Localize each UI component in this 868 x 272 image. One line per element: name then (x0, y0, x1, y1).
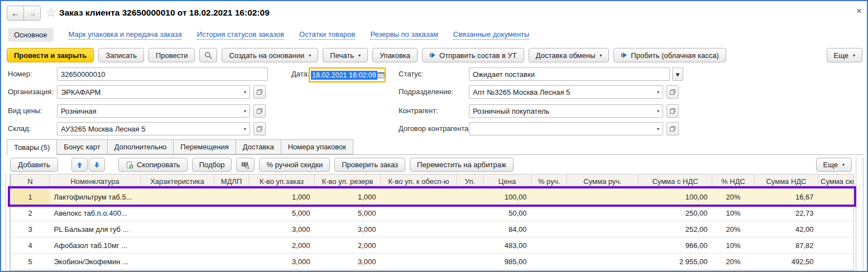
cell[interactable] (531, 221, 567, 237)
dropdown-arrow-icon[interactable]: ▾ (654, 109, 659, 114)
favorite-star-icon[interactable]: ☆ (46, 7, 56, 18)
cell[interactable] (818, 205, 854, 221)
cell[interactable] (457, 237, 483, 254)
cell[interactable]: 250,00 (639, 205, 712, 221)
calendar-button[interactable] (377, 69, 385, 81)
cell[interactable] (531, 237, 567, 254)
cell[interactable] (381, 254, 457, 270)
grid-more-button[interactable]: Еще ▾ (816, 158, 852, 172)
cell[interactable]: 966,00 (639, 237, 712, 254)
cell[interactable] (567, 205, 639, 221)
tab-movements[interactable]: Перемещения (173, 139, 236, 154)
status-select[interactable]: Ожидает поставки (469, 67, 670, 81)
cell[interactable] (457, 189, 483, 205)
cell[interactable]: 492,50 (755, 254, 818, 270)
date-input[interactable]: 18.02.2021 16:02:09 (309, 67, 386, 82)
cell[interactable]: 2,000 (249, 237, 315, 254)
organization-select[interactable]: ЭРКАФАРМ ▾ (57, 85, 250, 99)
table-row[interactable]: 4 Афобазол таб.10мг ... 2,000 2,000 483,… (11, 237, 854, 254)
cell[interactable] (141, 254, 214, 270)
cell[interactable] (381, 221, 457, 237)
cell[interactable]: Афобазол таб.10мг ... (50, 237, 141, 254)
send-to-ut-button[interactable]: Отправить состав в УТ (422, 48, 524, 62)
nav-link-related-docs[interactable]: Связанные документы (453, 30, 530, 40)
number-input[interactable] (57, 67, 268, 81)
table-row[interactable]: 2 Авелокс таб.п.о.400... 5,000 5,000 50,… (11, 205, 854, 221)
contract-select[interactable]: ▾ (469, 122, 663, 135)
write-button[interactable]: Записать (98, 48, 144, 62)
warehouse-open-button[interactable] (253, 122, 266, 135)
contract-open-button[interactable] (666, 122, 679, 135)
cell[interactable]: 100,00 (483, 189, 531, 205)
price-type-open-button[interactable] (253, 104, 266, 118)
cell[interactable]: 3,000 (315, 254, 381, 270)
nav-link-marking[interactable]: Марк упаковка и передача заказа (69, 30, 182, 40)
cell[interactable]: 10% (712, 237, 755, 254)
cell[interactable]: PL Бальзам для губ ... (50, 221, 141, 237)
table-row[interactable]: 5 Экобион/Экофемин ... 3,000 3,000 985,0… (11, 254, 854, 270)
cell[interactable]: 3 (11, 221, 50, 237)
dropdown-arrow-icon[interactable]: ▾ (241, 90, 246, 95)
cell[interactable]: 22,73 (755, 205, 818, 221)
table-row-selected[interactable]: 1 Лактофильтрум таб.5... 1,000 1,000 100… (11, 189, 854, 205)
cell[interactable]: 20% (712, 221, 755, 237)
cell[interactable] (214, 237, 249, 254)
cell[interactable] (567, 237, 639, 254)
cell[interactable] (214, 189, 249, 205)
tab-goods[interactable]: Товары (5) (7, 139, 57, 155)
cell[interactable] (457, 205, 483, 221)
dropdown-arrow-icon[interactable]: ▾ (241, 127, 246, 132)
cell[interactable] (214, 254, 249, 270)
forward-button[interactable]: → (23, 6, 41, 21)
cell[interactable] (818, 254, 854, 270)
back-button[interactable]: ← (7, 6, 24, 21)
counterparty-open-button[interactable] (666, 104, 679, 118)
cell[interactable] (567, 221, 639, 237)
tab-delivery[interactable]: Доставка (236, 139, 281, 154)
cell[interactable]: Экобион/Экофемин ... (50, 254, 141, 270)
cell[interactable] (381, 189, 457, 205)
status-dropdown-button[interactable]: ▾ (672, 67, 683, 81)
cell[interactable] (214, 221, 249, 237)
close-button[interactable]: × (856, 6, 862, 17)
cell[interactable] (141, 237, 214, 254)
cell[interactable] (531, 189, 567, 205)
cell[interactable]: 5 (11, 254, 50, 270)
cell[interactable]: Авелокс таб.п.о.400... (50, 205, 141, 221)
cell[interactable] (457, 221, 483, 237)
cell[interactable]: 3,000 (249, 221, 315, 237)
cell[interactable]: 100,00 (639, 189, 712, 205)
cell[interactable] (381, 205, 457, 221)
cell[interactable]: 87,82 (755, 237, 818, 254)
cell[interactable]: 84,00 (483, 221, 531, 237)
department-open-button[interactable] (666, 85, 679, 99)
nav-link-status-history[interactable]: История статусов заказов (197, 30, 284, 40)
cell[interactable] (141, 189, 214, 205)
cell[interactable]: 42,00 (755, 221, 818, 237)
cell[interactable] (531, 254, 567, 270)
counterparty-select[interactable]: Розничный покупатель ▾ (469, 104, 663, 118)
tab-package-numbers[interactable]: Номера упаковок (281, 139, 353, 154)
nav-link-stock[interactable]: Остатки товаров (299, 30, 355, 40)
cell[interactable] (818, 189, 854, 205)
cell[interactable] (818, 237, 854, 254)
dropdown-arrow-icon[interactable]: ▾ (654, 127, 659, 132)
post-and-close-button[interactable]: Провести и закрыть (7, 48, 94, 62)
cell[interactable]: 50,00 (483, 205, 531, 221)
tab-bonus-card[interactable]: Бонус карт (56, 139, 108, 154)
warehouse-select[interactable]: АУ3265 Москва Лесная 5 ▾ (57, 122, 250, 135)
dropdown-arrow-icon[interactable]: ▾ (241, 109, 246, 114)
price-type-select[interactable]: Розничная ▾ (57, 104, 250, 118)
cell[interactable]: 10% (712, 205, 755, 221)
search-button[interactable] (199, 48, 217, 62)
cell[interactable]: 252,00 (639, 221, 712, 237)
nav-tab-main[interactable]: Основное (8, 28, 54, 42)
create-based-on-button[interactable]: Создать на основании ▾ (222, 48, 318, 62)
cell[interactable] (141, 221, 214, 237)
cell[interactable]: 1,000 (315, 189, 381, 205)
move-up-button[interactable] (71, 158, 88, 172)
post-button[interactable]: Провести (148, 48, 195, 62)
cell[interactable]: 5,000 (315, 205, 381, 221)
move-to-arbitration-button[interactable]: Переместить на арбитраж (410, 158, 514, 172)
cell[interactable] (818, 221, 854, 237)
